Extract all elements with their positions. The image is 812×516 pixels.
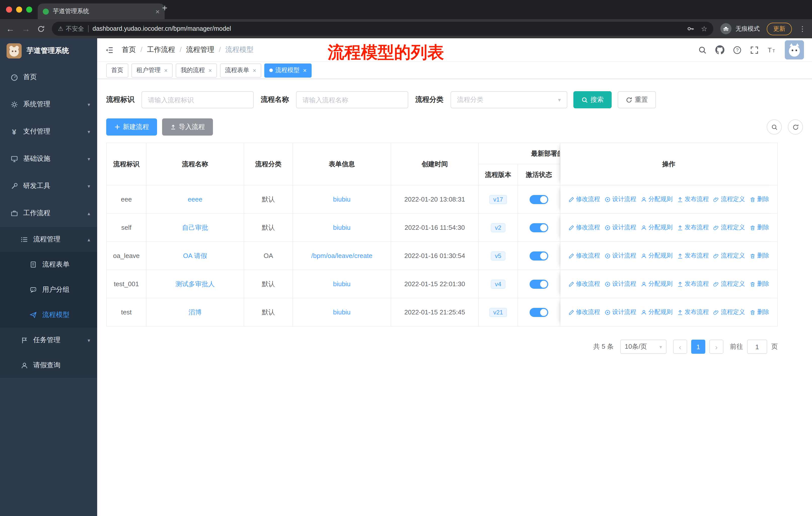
form-info-link[interactable]: biubiu <box>333 308 350 316</box>
close-tab-icon[interactable]: × <box>155 7 160 16</box>
process-name-link[interactable]: 自己审批 <box>182 223 208 232</box>
edit-process-link[interactable]: 修改流程 <box>568 308 600 317</box>
collapse-sidebar-icon[interactable] <box>105 46 114 54</box>
import-process-button[interactable]: 导入流程 <box>162 118 213 136</box>
active-toggle[interactable] <box>529 279 548 289</box>
prev-page-button[interactable]: ‹ <box>673 340 687 354</box>
design-process-link[interactable]: 设计流程 <box>605 251 636 260</box>
publish-process-link[interactable]: 发布流程 <box>677 308 709 317</box>
sidebar-item-payment[interactable]: ¥ 支付管理 ▾ <box>0 118 97 145</box>
reload-button[interactable] <box>37 25 45 32</box>
publish-process-link[interactable]: 发布流程 <box>677 251 709 260</box>
assign-rules-link[interactable]: 分配规则 <box>641 308 672 317</box>
assign-rules-link[interactable]: 分配规则 <box>641 280 672 288</box>
form-info-link[interactable]: biubiu <box>333 224 350 231</box>
page-size-select[interactable]: 10条/页 ▾ <box>620 340 667 354</box>
url-text[interactable]: dashboard.yudao.iocoder.cn/bpm/manager/m… <box>93 25 231 32</box>
browser-tab[interactable]: 芋道管理系统 × <box>38 3 165 19</box>
process-name-link[interactable]: eeee <box>188 195 202 203</box>
goto-page-input[interactable] <box>747 340 767 354</box>
process-definition-link[interactable]: 流程定义 <box>713 223 745 232</box>
process-name-link[interactable]: 滔博 <box>188 308 202 317</box>
sidebar-item-leave-query[interactable]: 请假查询 <box>0 353 97 378</box>
delete-link[interactable]: 删除 <box>750 223 769 232</box>
process-id-input[interactable] <box>141 91 254 108</box>
forward-button[interactable]: → <box>22 24 30 33</box>
edit-process-link[interactable]: 修改流程 <box>568 280 600 288</box>
create-process-button[interactable]: 新建流程 <box>106 118 157 136</box>
tag-process-model[interactable]: 流程模型× <box>264 63 312 77</box>
sidebar-item-user-group[interactable]: 用户分组 <box>0 277 97 302</box>
back-button[interactable]: ← <box>6 24 14 33</box>
sidebar-item-dev-tools[interactable]: 研发工具 ▾ <box>0 172 97 199</box>
design-process-link[interactable]: 设计流程 <box>605 308 636 317</box>
font-size-icon[interactable]: TT <box>767 46 776 54</box>
new-tab-button[interactable]: + <box>162 3 167 13</box>
process-name-input[interactable] <box>296 91 408 108</box>
logo[interactable]: 芋道管理系统 <box>0 38 97 63</box>
design-process-link[interactable]: 设计流程 <box>605 223 636 232</box>
breadcrumb-workflow[interactable]: 工作流程 <box>136 45 175 54</box>
process-category-select[interactable]: 流程分类 ▾ <box>451 91 567 108</box>
table-refresh-icon[interactable] <box>788 119 803 135</box>
sidebar-item-process-form[interactable]: 流程表单 <box>0 252 97 277</box>
assign-rules-link[interactable]: 分配规则 <box>641 195 672 203</box>
process-name-link[interactable]: OA 请假 <box>183 251 207 260</box>
user-avatar[interactable] <box>785 40 804 59</box>
edit-process-link[interactable]: 修改流程 <box>568 195 600 203</box>
close-window-button[interactable] <box>6 6 12 12</box>
current-page-button[interactable]: 1 <box>691 340 705 354</box>
process-name-link[interactable]: 测试多审批人 <box>175 279 215 289</box>
tag-home[interactable]: 首页 <box>106 63 128 77</box>
search-icon[interactable] <box>698 46 707 54</box>
github-icon[interactable] <box>715 45 724 54</box>
tag-process-form[interactable]: 流程表单× <box>220 63 261 77</box>
active-toggle[interactable] <box>529 223 548 232</box>
browser-menu-icon[interactable]: ⋮ <box>799 25 806 33</box>
delete-link[interactable]: 删除 <box>750 308 769 317</box>
minimize-window-button[interactable] <box>16 6 22 12</box>
process-definition-link[interactable]: 流程定义 <box>713 308 745 317</box>
sidebar-item-process-model[interactable]: 流程模型 <box>0 302 97 328</box>
publish-process-link[interactable]: 发布流程 <box>677 223 709 232</box>
close-icon[interactable]: × <box>164 67 168 74</box>
reset-button[interactable]: 重置 <box>618 91 656 108</box>
breadcrumb-process-management[interactable]: 流程管理 <box>175 45 214 54</box>
sidebar-item-task-management[interactable]: 任务管理 ▾ <box>0 328 97 353</box>
address-bar[interactable]: ⚠ 不安全 dashboard.yudao.iocoder.cn/bpm/man… <box>52 22 713 36</box>
sidebar-item-home[interactable]: 首页 <box>0 63 97 91</box>
security-warning[interactable]: ⚠ 不安全 <box>58 24 84 33</box>
close-icon[interactable]: × <box>208 67 212 74</box>
design-process-link[interactable]: 设计流程 <box>605 280 636 288</box>
sidebar-item-system[interactable]: 系统管理 ▾ <box>0 91 97 118</box>
form-info-link[interactable]: biubiu <box>333 280 350 288</box>
close-icon[interactable]: × <box>253 67 256 74</box>
edit-process-link[interactable]: 修改流程 <box>568 223 600 232</box>
delete-link[interactable]: 删除 <box>750 251 769 260</box>
form-info-link[interactable]: /bpm/oa/leave/create <box>311 252 373 260</box>
form-info-link[interactable]: biubiu <box>333 195 350 203</box>
browser-update-button[interactable]: 更新 <box>767 22 792 35</box>
sidebar-item-infrastructure[interactable]: 基础设施 ▾ <box>0 145 97 172</box>
design-process-link[interactable]: 设计流程 <box>605 195 636 203</box>
sidebar-item-process-management[interactable]: 流程管理 ▴ <box>0 227 97 252</box>
table-search-icon[interactable] <box>767 119 782 135</box>
sidebar-item-workflow[interactable]: 工作流程 ▴ <box>0 199 97 227</box>
active-toggle[interactable] <box>529 251 548 260</box>
zoom-window-button[interactable] <box>26 6 32 12</box>
delete-link[interactable]: 删除 <box>750 280 769 288</box>
process-definition-link[interactable]: 流程定义 <box>713 280 745 288</box>
active-toggle[interactable] <box>529 195 548 204</box>
help-icon[interactable]: ? <box>733 46 742 54</box>
password-key-icon[interactable] <box>687 25 695 33</box>
process-definition-link[interactable]: 流程定义 <box>713 195 745 203</box>
assign-rules-link[interactable]: 分配规则 <box>641 223 672 232</box>
active-toggle[interactable] <box>529 308 548 317</box>
search-button[interactable]: 搜索 <box>573 91 612 108</box>
edit-process-link[interactable]: 修改流程 <box>568 251 600 260</box>
bookmark-star-icon[interactable]: ☆ <box>701 25 707 33</box>
tag-tenant-management[interactable]: 租户管理× <box>132 63 173 77</box>
next-page-button[interactable]: › <box>709 340 723 354</box>
fullscreen-icon[interactable] <box>750 46 759 54</box>
close-icon[interactable]: × <box>303 67 307 74</box>
